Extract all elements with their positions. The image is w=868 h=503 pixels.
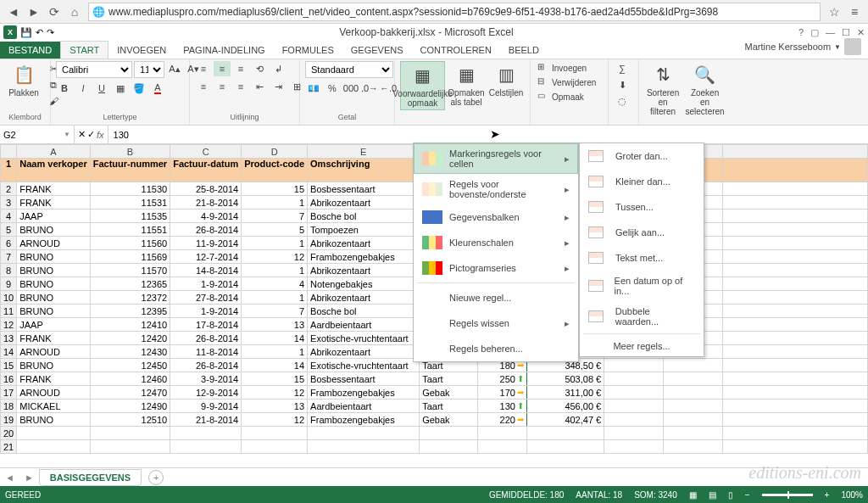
cell[interactable]: 15 [242,372,308,386]
cell[interactable] [90,440,170,454]
cell[interactable]: 12 [242,250,308,264]
cell[interactable]: Bosbessentaart [308,182,420,196]
cell[interactable] [722,372,867,386]
cell[interactable]: 15 [242,182,308,196]
menu-item[interactable]: Tussen... [580,194,704,220]
cell[interactable] [308,427,420,440]
cell[interactable]: 27-8-2014 [170,291,242,305]
cell[interactable]: 26-8-2014 [170,332,242,345]
menu-item[interactable]: Gegevensbalken▸ [414,204,578,230]
enter-formula-icon[interactable]: ✓ [87,129,95,140]
cell[interactable]: 402,47 € [526,413,604,427]
qat-redo-icon[interactable]: ↷ [47,27,54,38]
cell[interactable]: MICKAEL [17,400,91,413]
col-header[interactable]: C [170,145,242,159]
cell[interactable] [308,440,420,454]
tab-nav-next[interactable]: ► [19,472,39,483]
tab-formulas[interactable]: FORMULES [274,42,342,59]
cell[interactable] [722,237,867,250]
view-layout-icon[interactable]: ▤ [709,490,716,500]
cell[interactable] [526,440,604,454]
align-middle-icon[interactable]: ≡ [214,61,231,76]
menu-icon[interactable]: ≡ [844,3,865,21]
cell[interactable]: 1 [242,196,308,210]
cell[interactable] [722,264,867,277]
row-header[interactable]: 4 [1,210,17,223]
format-cells-button[interactable]: ▭Opmaak [536,90,586,103]
menu-item[interactable]: Kleurenschalen▸ [414,230,578,255]
col-header[interactable]: D [242,145,308,159]
indent-dec-icon[interactable]: ⇤ [251,79,268,94]
fx-icon[interactable]: fx [97,130,104,140]
row-header[interactable]: 13 [1,332,17,345]
cell[interactable] [722,291,867,305]
zoom-in-button[interactable]: + [825,490,830,500]
menu-item[interactable]: Regels wissen▸ [414,310,578,336]
row-header[interactable]: 11 [1,305,17,318]
percent-icon[interactable]: % [324,81,341,96]
row-header[interactable]: 19 [1,413,17,427]
formula-input[interactable] [108,126,868,143]
cell[interactable]: 11530 [90,182,170,196]
add-sheet-button[interactable]: + [148,470,164,485]
col-header[interactable]: E [308,145,420,159]
row-header[interactable]: 21 [1,440,17,454]
cell[interactable]: Tompoezen [308,223,420,237]
cell[interactable]: 3-9-2014 [170,372,242,386]
cell[interactable] [526,427,604,440]
cell[interactable]: Abrikozentaart [308,291,420,305]
cell[interactable]: Frambozengebakjes [308,386,420,400]
menu-item[interactable]: Pictogramseries▸ [414,255,578,281]
orientation-icon[interactable]: ⟲ [251,61,268,76]
cell[interactable] [663,427,722,440]
cell[interactable]: Notengebakjes [308,277,420,291]
tab-start[interactable]: START [60,41,108,59]
cell[interactable] [604,400,664,413]
conditional-formatting-button[interactable]: ▦ Voorwaardelijke opmaak [400,61,445,110]
account-menu[interactable]: Martine Kersseboom ▼ [738,35,868,59]
cell[interactable]: 170➡ [477,386,526,400]
cell[interactable]: BRUNO [17,359,91,372]
tab-file[interactable]: BESTAND [0,42,60,59]
cell[interactable]: BRUNO [17,291,91,305]
cell[interactable]: 130⬆ [477,400,526,413]
cell[interactable]: 11551 [90,223,170,237]
forward-icon[interactable]: ► [24,3,44,21]
cell[interactable] [722,250,867,264]
cell[interactable]: Abrikozentaart [308,345,420,359]
cell[interactable]: ARNOUD [17,237,91,250]
cell[interactable]: 14-8-2014 [170,264,242,277]
menu-item[interactable]: Kleiner dan... [580,169,704,194]
cell[interactable]: BRUNO [17,223,91,237]
cell[interactable] [722,182,867,196]
cell[interactable] [722,318,867,332]
grow-font-icon[interactable]: A▴ [166,61,183,76]
row-header[interactable]: 8 [1,264,17,277]
align-right-icon[interactable]: ≡ [232,79,249,94]
bookmark-icon[interactable]: ☆ [824,3,844,21]
cell[interactable]: 456,00 € [526,400,604,413]
cell[interactable]: 21-8-2014 [170,413,242,427]
cell[interactable]: 12450 [90,359,170,372]
cell[interactable] [722,305,867,318]
zoom-out-button[interactable]: − [745,490,750,500]
cell[interactable]: 12420 [90,332,170,345]
row-header[interactable]: 12 [1,318,17,332]
reload-icon[interactable]: ⟳ [44,3,64,21]
cell[interactable] [663,400,722,413]
tab-data[interactable]: GEGEVENS [342,42,412,59]
align-left-icon[interactable]: ≡ [195,79,212,94]
currency-icon[interactable]: 💶 [305,81,322,96]
cell[interactable]: FRANK [17,332,91,345]
menu-item[interactable]: Gelijk aan... [580,220,704,245]
cell[interactable] [604,440,664,454]
fill-icon[interactable]: ⬇ [614,77,631,92]
row-header[interactable]: 14 [1,345,17,359]
cell[interactable]: 4 [242,277,308,291]
row-header[interactable]: 1 [1,159,17,182]
find-select-button[interactable]: 🔍 Zoeken en selecteren [684,61,726,118]
cell[interactable] [663,372,722,386]
cell[interactable] [722,427,867,440]
row-header[interactable]: 17 [1,386,17,400]
qat-save-icon[interactable]: 💾 [20,27,32,38]
